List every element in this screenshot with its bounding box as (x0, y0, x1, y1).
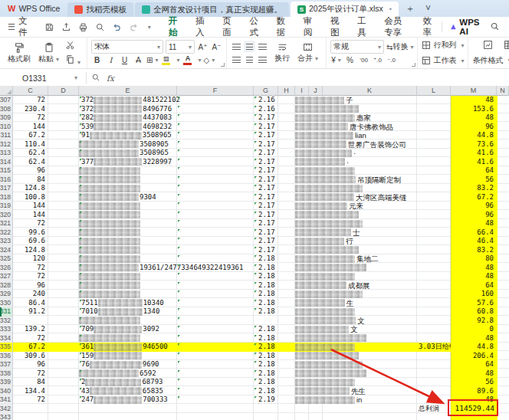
cell-I330[interactable] (295, 299, 323, 308)
cell-H311[interactable] (278, 131, 295, 140)
cell-C317[interactable]: 124.8 (13, 184, 48, 193)
cell-H330[interactable] (278, 299, 295, 308)
cell-K328[interactable]: 成都展 (323, 281, 417, 290)
cell-C343[interactable] (13, 413, 48, 420)
cell-N313[interactable] (497, 149, 509, 158)
cell-G338[interactable]: 2.18 (254, 369, 278, 379)
cell-L310[interactable] (417, 123, 451, 132)
cell-C325[interactable]: 120 (13, 254, 48, 264)
cell-L343[interactable] (417, 413, 451, 420)
cell-G322[interactable]: 2.17 (254, 228, 278, 238)
cell-N322[interactable] (497, 228, 509, 238)
cell-E326[interactable]: 19361/2477334649322419361 (79, 264, 177, 273)
cell-E314[interactable]: 3773228997 (79, 158, 177, 167)
cell-F320[interactable] (177, 211, 254, 220)
cell-L314[interactable] (417, 158, 451, 167)
cell-D334[interactable] (48, 334, 79, 343)
row-header-319[interactable]: 319 (0, 202, 13, 211)
row-header-320[interactable]: 320 (0, 211, 13, 220)
cell-H316[interactable] (278, 176, 295, 185)
cell-C323[interactable]: 69.6 (13, 237, 48, 246)
cell-M320[interactable]: 96 (451, 211, 497, 220)
cell-E331[interactable]: 70101340 (79, 307, 177, 317)
column-header-G[interactable]: G (254, 86, 278, 96)
cell-M327[interactable]: 48 (451, 272, 497, 281)
cell-I331[interactable] (295, 307, 323, 317)
cell-C314[interactable]: 62.4 (13, 158, 48, 167)
cell-K312[interactable]: 世界广告装饰公司 (323, 140, 417, 149)
cell-C330[interactable]: 86.4 (13, 299, 48, 308)
row-header-312[interactable]: 312 (0, 140, 13, 149)
format-painter-button[interactable]: 格式刷 (4, 41, 34, 65)
cell-M311[interactable]: 44.8 (451, 131, 497, 140)
cell-N340[interactable] (497, 387, 509, 396)
increase-decimal-button[interactable]: ⁺.0 (372, 54, 383, 66)
cell-I309[interactable] (295, 113, 323, 123)
cell-E341[interactable]: 247700333 (79, 395, 177, 405)
row-header-317[interactable]: 317 (0, 184, 13, 193)
convert-button[interactable]: ⇆ 转换▾ (386, 41, 413, 53)
cell-D318[interactable] (48, 193, 79, 202)
cell-K327[interactable] (323, 272, 417, 281)
cell-I324[interactable] (295, 246, 323, 255)
cell-M312[interactable]: 73.6 (451, 140, 497, 149)
cell-G317[interactable]: 2.17 (254, 184, 278, 193)
cell-C313[interactable]: 62.4 (13, 149, 48, 158)
row-header-324[interactable]: 324 (0, 246, 13, 255)
cell-L325[interactable] (417, 254, 451, 264)
cell-D332[interactable] (48, 317, 79, 326)
borders-button[interactable]: ⊞▾ (146, 54, 158, 66)
cell-N317[interactable] (497, 184, 509, 193)
row-header-315[interactable]: 315 (0, 166, 13, 176)
cell-N323[interactable] (497, 237, 509, 246)
cell-E335[interactable]: 361946500 (79, 343, 177, 352)
cell-I326[interactable] (295, 264, 323, 273)
cell-C336[interactable]: 309.6 (13, 352, 48, 361)
cell-K308[interactable] (323, 105, 417, 114)
cell-F318[interactable] (177, 193, 254, 202)
cell-M317[interactable]: 83.2 (451, 184, 497, 193)
cell-M330[interactable]: 57.6 (451, 299, 497, 308)
cell-M340[interactable]: 89.6 (451, 387, 497, 396)
cell-E329[interactable] (79, 290, 177, 299)
cell-C328[interactable]: 96 (13, 281, 48, 290)
cell-D307[interactable] (48, 96, 79, 105)
row-header-343[interactable]: 343 (0, 413, 13, 420)
cell-E343[interactable] (79, 413, 177, 420)
row-header-338[interactable]: 338 (0, 369, 13, 379)
cell-L333[interactable] (417, 325, 451, 334)
cell-G340[interactable]: 2.18 (254, 387, 278, 396)
cell-D326[interactable] (48, 264, 79, 273)
tab-data[interactable]: 数据 (270, 13, 295, 41)
cell-M324[interactable]: 83.2 (451, 246, 497, 255)
row-header-311[interactable]: 311 (0, 131, 13, 140)
cell-H315[interactable] (278, 166, 295, 176)
cell-I322[interactable] (295, 228, 323, 238)
cell-E320[interactable] (79, 211, 177, 220)
cell-I325[interactable] (295, 254, 323, 264)
zoom-formula-icon[interactable] (91, 73, 100, 84)
cell-G330[interactable]: 2.18 (254, 299, 278, 308)
worksheet-button[interactable]: 工作表▾ (422, 55, 464, 66)
tab-home[interactable]: 开始 (162, 13, 187, 41)
cell-K310[interactable]: 唐卡佛教饰品 (323, 123, 417, 132)
cell-K321[interactable] (323, 219, 417, 228)
cell-E318[interactable]: 9304 (79, 193, 177, 202)
cell-L311[interactable] (417, 131, 451, 140)
cell-N336[interactable] (497, 352, 509, 361)
cell-F309[interactable] (177, 113, 254, 123)
cell-I314[interactable] (295, 158, 323, 167)
cell-K334[interactable] (323, 334, 417, 343)
cell-N338[interactable] (497, 369, 509, 379)
decrease-font-icon[interactable]: A⁻ (211, 41, 222, 53)
comma-format-button[interactable]: ’00 (358, 54, 369, 66)
cell-L317[interactable] (417, 184, 451, 193)
align-middle-button[interactable] (244, 41, 255, 52)
cell-H333[interactable] (278, 325, 295, 334)
row-header-310[interactable]: 310 (0, 123, 13, 132)
cell-F333[interactable] (177, 325, 254, 334)
cell-L328[interactable] (417, 281, 451, 290)
align-right-button[interactable] (257, 54, 268, 65)
cell-D342[interactable] (48, 405, 79, 414)
cell-D331[interactable] (48, 307, 79, 317)
